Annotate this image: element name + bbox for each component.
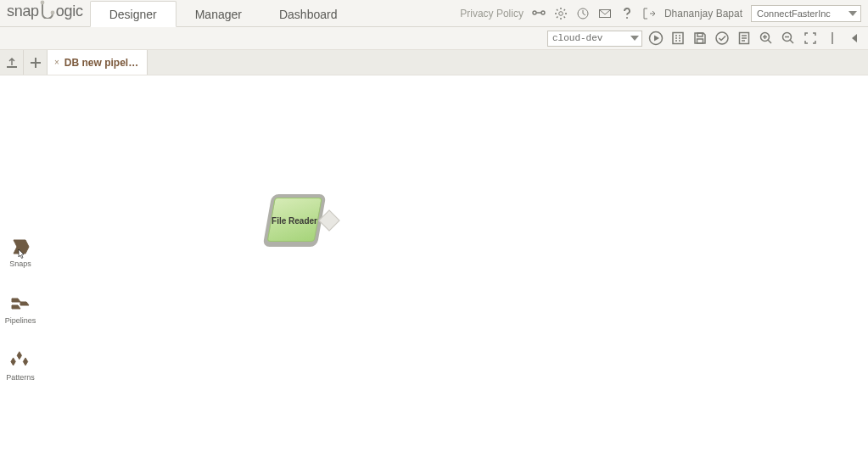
- chevron-down-icon: [848, 11, 857, 16]
- new-pipeline-button[interactable]: [24, 50, 48, 75]
- palette-snaps[interactable]: Snaps: [3, 237, 37, 268]
- nav-tab-designer[interactable]: Designer: [90, 1, 176, 27]
- collapse-panel-button[interactable]: [846, 30, 863, 47]
- environment-value: cloud-dev: [552, 33, 602, 43]
- palette-pipelines[interactable]: Pipelines: [3, 293, 37, 325]
- logo-part2: ogic: [56, 3, 83, 20]
- svg-point-1: [50, 11, 54, 15]
- svg-rect-8: [697, 33, 703, 36]
- palette-patterns-label: Patterns: [6, 373, 35, 382]
- zoom-out-button[interactable]: [780, 30, 797, 47]
- mail-icon[interactable]: [598, 7, 612, 20]
- logo-glyph-icon: [39, 0, 56, 23]
- zoom-fit-button[interactable]: [802, 30, 819, 47]
- palette-patterns[interactable]: Patterns: [3, 350, 37, 382]
- username: Dhananjay Bapat: [664, 8, 742, 20]
- validate-button[interactable]: [714, 30, 731, 47]
- privacy-policy-link[interactable]: Privacy Policy: [460, 8, 524, 20]
- logo: snap ogic: [5, 0, 90, 26]
- help-icon[interactable]: [620, 7, 634, 20]
- logout-icon[interactable]: [642, 7, 656, 20]
- divider: [824, 30, 841, 47]
- zoom-in-button[interactable]: [758, 30, 775, 47]
- data-preview-button[interactable]: [669, 30, 686, 47]
- svg-point-10: [716, 32, 728, 44]
- run-button[interactable]: [647, 30, 664, 47]
- close-tab-button[interactable]: ×: [54, 58, 59, 67]
- svg-rect-9: [697, 39, 703, 43]
- snap-node-label: File Reader: [267, 194, 322, 247]
- history-icon[interactable]: [576, 7, 590, 20]
- svg-point-0: [40, 1, 44, 5]
- org-select[interactable]: ConnectFasterInc: [751, 5, 861, 22]
- nav-tab-manager[interactable]: Manager: [176, 2, 260, 26]
- nav-tab-dashboard[interactable]: Dashboard: [260, 2, 356, 26]
- logo-part1: snap: [7, 3, 39, 20]
- palette-pipelines-label: Pipelines: [5, 316, 36, 325]
- gear-icon[interactable]: [554, 7, 568, 20]
- notes-button[interactable]: [736, 30, 753, 47]
- import-pipeline-button[interactable]: [0, 50, 24, 75]
- chevron-down-icon: [630, 36, 639, 41]
- snap-node-file-reader[interactable]: File Reader: [267, 194, 335, 248]
- org-select-value: ConnectFasterInc: [757, 8, 831, 19]
- environment-select[interactable]: cloud-dev: [547, 31, 642, 47]
- binoculars-icon[interactable]: [532, 7, 546, 20]
- palette-snaps-label: Snaps: [9, 259, 31, 268]
- save-button[interactable]: [692, 30, 708, 47]
- svg-point-5: [626, 17, 628, 19]
- svg-rect-7: [673, 33, 683, 44]
- pipeline-tab-label: DB new pipel…: [64, 57, 138, 69]
- svg-point-2: [559, 12, 563, 16]
- pipeline-canvas[interactable]: File Reader Snaps Pipelines Patterns: [0, 75, 868, 452]
- pipeline-tab[interactable]: × DB new pipel…: [48, 50, 148, 75]
